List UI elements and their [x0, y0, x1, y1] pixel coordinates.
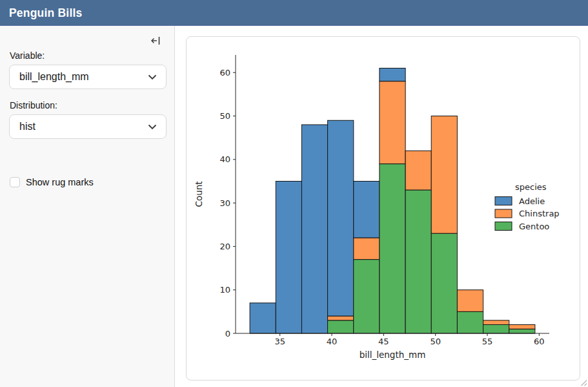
histogram-bar	[301, 125, 327, 333]
histogram-bar	[431, 233, 457, 333]
legend: speciesAdelieChinstrapGentoo	[495, 182, 560, 231]
y-tick-label: 40	[219, 154, 230, 164]
histogram-bar	[509, 329, 535, 333]
chevron-down-icon	[148, 124, 157, 130]
y-tick-label: 50	[219, 111, 230, 121]
histogram-bar	[328, 120, 354, 316]
plot-card: 3540455055600102030405060bill_length_mmC…	[186, 36, 580, 381]
variable-select[interactable]: bill_length_mm	[9, 65, 167, 89]
histogram-bar	[380, 81, 405, 164]
distribution-select[interactable]: hist	[9, 114, 167, 139]
rug-checkbox-label: Show rug marks	[26, 177, 94, 187]
histogram-bar	[276, 182, 301, 334]
distribution-select-value: hist	[19, 121, 35, 132]
app-title: Penguin Bills	[9, 6, 82, 20]
histogram-plot: 3540455055600102030405060bill_length_mmC…	[187, 37, 580, 380]
collapse-left-icon	[150, 36, 161, 46]
legend-label: Chinstrap	[519, 209, 560, 218]
histogram-bar	[483, 325, 509, 334]
x-tick-label: 60	[534, 337, 545, 346]
legend-label: Gentoo	[519, 222, 549, 231]
y-tick-label: 60	[219, 68, 230, 78]
app-header: Penguin Bills	[0, 0, 588, 26]
histogram-bar	[405, 190, 431, 333]
x-tick-label: 55	[482, 337, 493, 346]
rug-checkbox-row[interactable]: Show rug marks	[10, 177, 94, 187]
histogram-bar	[328, 316, 354, 320]
histogram-bars	[250, 68, 535, 334]
y-tick-label: 0	[225, 329, 230, 339]
rug-checkbox[interactable]	[10, 177, 20, 187]
x-tick-label: 45	[378, 337, 389, 346]
histogram-bar	[354, 260, 380, 333]
legend-label: Adelie	[519, 196, 545, 206]
x-axis-label: bill_length_mm	[360, 350, 426, 360]
histogram-bar	[509, 325, 535, 329]
legend-swatch	[495, 222, 512, 231]
app-root: Penguin Bills Variable: bill_length_mm D…	[0, 0, 588, 387]
distribution-label: Distribution:	[10, 100, 57, 110]
histogram-bar	[405, 151, 431, 190]
histogram-bar	[354, 238, 380, 260]
legend-swatch	[495, 209, 512, 218]
resize-grip-icon[interactable]	[579, 378, 587, 386]
histogram-bar	[354, 182, 380, 238]
x-tick-label: 40	[327, 337, 338, 346]
histogram-bar	[457, 290, 483, 312]
histogram-bar	[328, 320, 354, 333]
y-tick-label: 10	[219, 285, 230, 295]
chevron-down-icon	[148, 74, 157, 80]
histogram-bar	[457, 311, 483, 333]
histogram-bar	[431, 116, 457, 234]
sidebar: Variable: bill_length_mm Distribution: h…	[0, 26, 175, 387]
variable-label: Variable:	[10, 50, 45, 61]
main-panel: 3540455055600102030405060bill_length_mmC…	[175, 26, 588, 387]
y-axis-label: Count	[194, 181, 204, 207]
histogram-bar	[250, 303, 276, 333]
legend-swatch	[495, 197, 512, 205]
histogram-bar	[380, 68, 405, 81]
histogram-bar	[380, 164, 405, 333]
sidebar-collapse-button[interactable]	[148, 34, 163, 48]
y-tick-label: 30	[219, 198, 230, 208]
variable-select-value: bill_length_mm	[19, 71, 89, 83]
histogram-bar	[483, 320, 509, 325]
legend-title: species	[515, 182, 547, 192]
y-tick-label: 20	[219, 242, 230, 251]
x-tick-label: 35	[274, 337, 285, 346]
x-tick-label: 50	[430, 337, 441, 346]
